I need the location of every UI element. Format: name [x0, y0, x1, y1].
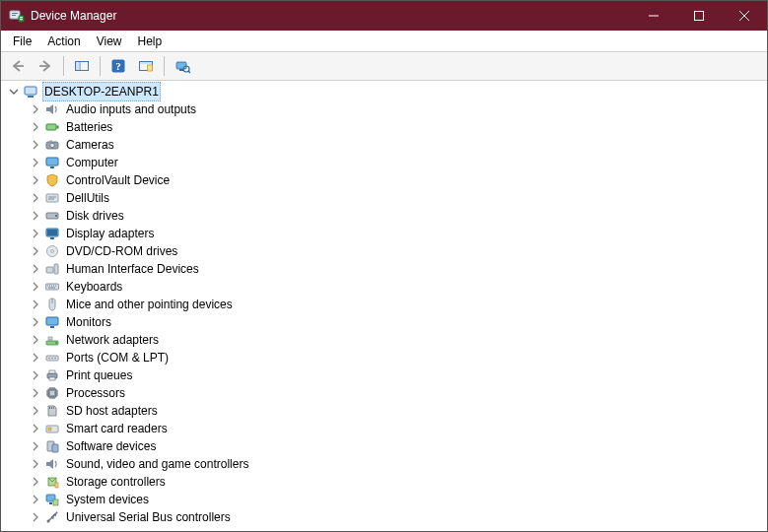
svg-line-23: [188, 71, 190, 73]
scan-hardware-button[interactable]: [170, 54, 195, 78]
expand-icon[interactable]: [29, 262, 42, 276]
expand-icon[interactable]: [29, 209, 42, 223]
close-button[interactable]: [722, 1, 767, 31]
tree-item[interactable]: Smart card readers: [5, 420, 767, 437]
svg-rect-1: [12, 13, 18, 14]
tree-item[interactable]: Network adapters: [5, 331, 767, 349]
tree-item-label: Audio inputs and outputs: [64, 100, 198, 118]
svg-rect-88: [55, 483, 58, 488]
minimize-button[interactable]: [631, 1, 676, 31]
help-button[interactable]: ?: [105, 54, 131, 78]
expand-icon[interactable]: [29, 386, 42, 400]
expand-icon[interactable]: [29, 493, 42, 506]
svg-text:?: ?: [115, 60, 121, 72]
expand-icon[interactable]: [29, 510, 42, 524]
usb-icon: [44, 509, 60, 525]
tree-item[interactable]: System devices: [5, 491, 767, 508]
tree-item-label: Processors: [64, 384, 127, 402]
menu-view[interactable]: View: [89, 33, 130, 50]
expand-icon[interactable]: [29, 368, 42, 382]
menubar: File Action View Help: [1, 31, 767, 52]
mouse-icon: [44, 297, 60, 312]
svg-rect-40: [50, 237, 54, 239]
tree-item[interactable]: Keyboards: [5, 278, 767, 296]
tree-item[interactable]: SD host adapters: [5, 402, 767, 420]
svg-point-61: [51, 358, 53, 360]
expand-icon[interactable]: [29, 191, 42, 205]
menu-help[interactable]: Help: [130, 33, 171, 50]
monitor-icon: [44, 155, 60, 170]
maximize-button[interactable]: [676, 1, 722, 31]
tree-item[interactable]: Software devices: [5, 437, 767, 455]
expand-icon[interactable]: [29, 457, 42, 471]
expand-icon[interactable]: [29, 138, 42, 152]
tree-root[interactable]: DESKTOP-2EANPR1: [5, 83, 767, 100]
expand-icon[interactable]: [29, 227, 42, 240]
tree-item[interactable]: Audio inputs and outputs: [5, 100, 767, 118]
audio-icon: [44, 456, 60, 472]
panel-icon: [74, 58, 90, 74]
computer-icon: [23, 84, 38, 100]
device-tree[interactable]: DESKTOP-2EANPR1 Audio inputs and outputs…: [1, 81, 767, 531]
camera-icon: [44, 137, 60, 153]
svg-marker-94: [56, 511, 58, 513]
tree-item[interactable]: Processors: [5, 384, 767, 402]
svg-rect-24: [25, 87, 36, 95]
menu-action[interactable]: Action: [39, 33, 88, 50]
tree-item[interactable]: Print queues: [5, 366, 767, 384]
titlebar: Device Manager: [1, 1, 767, 31]
expand-icon[interactable]: [29, 351, 42, 365]
expand-icon[interactable]: [29, 422, 42, 435]
tree-item[interactable]: Display adapters: [5, 225, 767, 242]
expand-icon[interactable]: [29, 173, 42, 187]
expand-icon[interactable]: [29, 156, 42, 169]
arrow-left-icon: [10, 58, 26, 74]
show-hide-console-button[interactable]: [69, 54, 95, 78]
display-icon: [44, 226, 60, 241]
tree-item[interactable]: Cameras: [5, 136, 767, 154]
tree-item[interactable]: DellUtils: [5, 189, 767, 207]
forward-button[interactable]: [33, 54, 58, 78]
tree-item[interactable]: Mice and other pointing devices: [5, 296, 767, 313]
back-button[interactable]: [5, 54, 31, 78]
tree-item-label: Disk drives: [64, 207, 126, 225]
expand-icon[interactable]: [29, 439, 42, 453]
collapse-icon[interactable]: [7, 85, 21, 99]
window-title: Device Manager: [31, 9, 631, 23]
expand-icon[interactable]: [29, 315, 42, 329]
tree-item[interactable]: Monitors: [5, 313, 767, 331]
tree-item-label: Network adapters: [64, 331, 161, 349]
tree-item[interactable]: ControlVault Device: [5, 171, 767, 189]
cd-icon: [44, 243, 60, 259]
expand-icon[interactable]: [29, 244, 42, 258]
tree-item[interactable]: Disk drives: [5, 207, 767, 225]
svg-rect-80: [49, 407, 50, 409]
tree-item[interactable]: DVD/CD-ROM drives: [5, 242, 767, 260]
expand-icon[interactable]: [29, 102, 42, 116]
menu-file[interactable]: File: [5, 33, 39, 50]
svg-rect-65: [49, 377, 55, 380]
expand-icon[interactable]: [29, 475, 42, 489]
tree-item[interactable]: Ports (COM & LPT): [5, 349, 767, 366]
svg-rect-64: [49, 370, 55, 373]
tree-item[interactable]: Human Interface Devices: [5, 260, 767, 278]
tree-item[interactable]: Storage controllers: [5, 473, 767, 491]
expand-icon[interactable]: [29, 120, 42, 134]
svg-rect-48: [51, 286, 52, 287]
disk-icon: [44, 208, 60, 224]
svg-rect-51: [48, 288, 55, 289]
toolbar-separator: [164, 56, 165, 76]
svg-rect-7: [695, 12, 704, 21]
expand-icon[interactable]: [29, 298, 42, 311]
expand-icon[interactable]: [29, 404, 42, 418]
expand-icon[interactable]: [29, 280, 42, 294]
properties-button[interactable]: [133, 54, 159, 78]
tree-item[interactable]: Sound, video and game controllers: [5, 455, 767, 473]
tree-item[interactable]: Computer: [5, 154, 767, 171]
expand-icon[interactable]: [29, 333, 42, 347]
tree-item[interactable]: Batteries: [5, 118, 767, 136]
tree-item-label: System devices: [64, 491, 151, 508]
tree-item[interactable]: Universal Serial Bus controllers: [5, 508, 767, 526]
svg-rect-67: [50, 391, 54, 395]
svg-point-29: [50, 143, 55, 148]
